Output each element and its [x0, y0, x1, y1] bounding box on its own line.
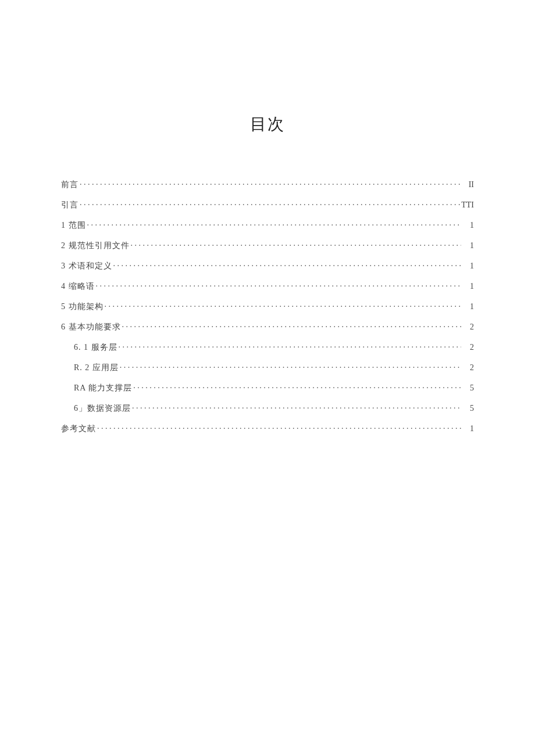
- toc-entry-page: 1: [462, 282, 474, 291]
- toc-entry: 1 范围1: [61, 220, 474, 231]
- toc-entry: 引言TTI: [61, 199, 474, 210]
- toc-dot-leader: [131, 240, 462, 248]
- toc-dot-leader: [80, 179, 461, 187]
- toc-entry: 2 规范性引用文件1: [61, 240, 474, 251]
- toc-entry-label: 2 规范性引用文件: [61, 241, 130, 251]
- toc-entry-page: 2: [462, 363, 474, 372]
- toc-entry-page: 1: [462, 424, 474, 433]
- toc-entry: 6. 1 服务层2: [61, 342, 474, 353]
- toc-dot-leader: [80, 199, 460, 207]
- toc-entry-label: 1 范围: [61, 220, 86, 231]
- toc-entry-label: 6 基本功能要求: [61, 322, 121, 332]
- toc-entry-label: 前言: [61, 180, 79, 190]
- toc-entry-label: RA 能力支撑层: [74, 383, 132, 393]
- toc-entry-page: 1: [462, 261, 474, 271]
- toc-entry-page: 2: [462, 343, 474, 352]
- toc-entry-page: 1: [462, 241, 474, 250]
- toc-entry-label: 引言: [61, 200, 79, 210]
- toc-entry-label: 3 术语和定义: [61, 261, 112, 271]
- toc-dot-leader: [122, 321, 462, 329]
- document-page: 目次 前言II引言TTI1 范围12 规范性引用文件13 术语和定义14 缩略语…: [0, 0, 535, 434]
- toc-dot-leader: [119, 342, 462, 350]
- toc-entry-label: 6. 1 服务层: [74, 342, 117, 353]
- toc-dot-leader: [120, 362, 461, 370]
- toc-entry-page: II: [462, 180, 474, 189]
- toc-entry: 6」数据资源层5: [61, 403, 474, 414]
- toc-entry: 4 缩略语1: [61, 281, 474, 292]
- toc-dot-leader: [97, 423, 461, 431]
- toc-entry-label: 5 功能架构: [61, 302, 104, 312]
- toc-dot-leader: [132, 403, 461, 411]
- toc-dot-leader: [133, 382, 461, 390]
- toc-entry-page: 1: [462, 302, 474, 311]
- toc-entry-label: R. 2 应用层: [74, 363, 119, 373]
- toc-entry-page: 5: [462, 384, 474, 393]
- toc-entry-page: 5: [462, 404, 474, 413]
- toc-entry-label: 参考文献: [61, 424, 96, 434]
- toc-title: 目次: [61, 113, 474, 135]
- toc-dot-leader: [87, 220, 462, 228]
- toc-entry: RA 能力支撑层5: [61, 382, 474, 393]
- toc-entry: 3 术语和定义1: [61, 260, 474, 271]
- toc-entry: 5 功能架构1: [61, 301, 474, 312]
- toc-entry-label: 6」数据资源层: [74, 403, 131, 414]
- toc-dot-leader: [96, 281, 462, 289]
- table-of-contents: 前言II引言TTI1 范围12 规范性引用文件13 术语和定义14 缩略语15 …: [61, 179, 474, 434]
- toc-entry: 参考文献1: [61, 423, 474, 434]
- toc-entry: 前言II: [61, 179, 474, 190]
- toc-entry: R. 2 应用层2: [61, 362, 474, 373]
- toc-entry-page: 1: [462, 221, 474, 230]
- toc-entry-page: 2: [462, 323, 474, 332]
- toc-entry: 6 基本功能要求2: [61, 321, 474, 332]
- toc-dot-leader: [113, 260, 462, 268]
- toc-dot-leader: [105, 301, 462, 309]
- toc-entry-page: TTI: [461, 200, 474, 210]
- toc-entry-label: 4 缩略语: [61, 281, 95, 292]
